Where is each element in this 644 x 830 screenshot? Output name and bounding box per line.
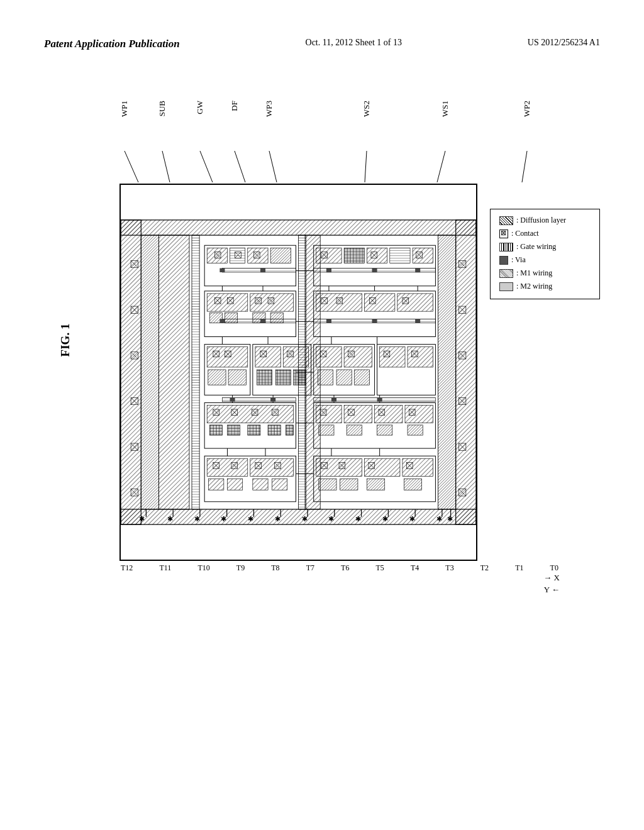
label-t5: T5 bbox=[376, 563, 384, 573]
legend-label-contact: : Contact bbox=[511, 229, 539, 238]
svg-text:✱: ✱ bbox=[436, 515, 442, 523]
svg-rect-286 bbox=[326, 319, 331, 323]
svg-rect-23 bbox=[141, 235, 158, 509]
svg-text:✱: ✱ bbox=[355, 515, 361, 523]
label-t3: T3 bbox=[445, 563, 453, 573]
svg-rect-287 bbox=[372, 319, 377, 323]
svg-rect-103 bbox=[255, 347, 280, 367]
label-t6: T6 bbox=[341, 563, 349, 573]
svg-text:✱: ✱ bbox=[221, 515, 226, 523]
legend-box: : Diffusion layer ⊠ : Contact : Gate wir… bbox=[490, 209, 600, 299]
svg-text:✱: ✱ bbox=[382, 515, 388, 523]
label-t7: T7 bbox=[306, 563, 314, 573]
svg-rect-78 bbox=[364, 294, 394, 311]
svg-rect-242 bbox=[305, 235, 320, 509]
svg-rect-290 bbox=[270, 397, 275, 401]
xy-axis-labels: → X Y ← bbox=[543, 573, 560, 595]
svg-rect-100 bbox=[208, 370, 226, 385]
svg-line-7 bbox=[522, 151, 527, 182]
svg-rect-281 bbox=[326, 268, 331, 272]
diagram-area: WP1 SUB GW DF WP3 WS2 WS1 WP2 bbox=[82, 101, 600, 573]
svg-line-0 bbox=[125, 151, 138, 182]
svg-text:✱: ✱ bbox=[447, 515, 453, 523]
label-t0: T0 bbox=[550, 563, 558, 573]
svg-rect-111 bbox=[257, 370, 272, 385]
svg-rect-236 bbox=[222, 268, 296, 272]
leader-lines-svg bbox=[119, 101, 560, 182]
legend-item-contact: ⊠ : Contact bbox=[499, 229, 591, 238]
svg-rect-292 bbox=[377, 397, 382, 401]
svg-rect-77 bbox=[316, 294, 362, 311]
bottom-labels-row: T12 T11 T10 T9 T8 T7 T6 T5 T4 T3 T2 T1 T… bbox=[119, 563, 560, 573]
label-t12: T12 bbox=[121, 563, 133, 573]
svg-rect-112 bbox=[275, 370, 291, 385]
svg-text:✱: ✱ bbox=[167, 515, 173, 523]
label-t4: T4 bbox=[411, 563, 419, 573]
legend-label-m1: : M1 wiring bbox=[516, 268, 552, 278]
svg-rect-25 bbox=[192, 235, 199, 509]
svg-rect-284 bbox=[219, 319, 225, 323]
legend-label-via: : Via bbox=[511, 255, 526, 265]
svg-line-3 bbox=[235, 151, 245, 182]
svg-rect-172 bbox=[347, 425, 362, 435]
svg-rect-101 bbox=[228, 370, 246, 385]
svg-rect-31 bbox=[248, 248, 268, 263]
svg-rect-283 bbox=[415, 268, 420, 272]
svg-rect-125 bbox=[354, 370, 369, 385]
svg-line-6 bbox=[437, 151, 445, 182]
svg-rect-192 bbox=[253, 479, 268, 490]
legend-label-gate: : Gate wiring bbox=[516, 242, 556, 252]
svg-line-1 bbox=[162, 151, 170, 182]
svg-line-4 bbox=[269, 151, 277, 182]
svg-line-5 bbox=[365, 151, 367, 182]
legend-item-m1: : M1 wiring bbox=[499, 268, 591, 278]
svg-rect-213 bbox=[404, 479, 421, 490]
legend-label-diffusion: : Diffusion layer bbox=[516, 216, 566, 225]
top-labels-area: WP1 SUB GW DF WP3 WS2 WS1 WP2 bbox=[119, 101, 547, 182]
svg-rect-280 bbox=[260, 268, 265, 272]
svg-text:✱: ✱ bbox=[248, 515, 253, 523]
publication-label: Patent Application Publication bbox=[44, 38, 180, 50]
svg-rect-282 bbox=[372, 268, 377, 272]
svg-text:✱: ✱ bbox=[275, 515, 280, 523]
label-t11: T11 bbox=[159, 563, 171, 573]
svg-rect-173 bbox=[377, 425, 392, 435]
svg-rect-22 bbox=[121, 509, 476, 524]
svg-rect-47 bbox=[413, 248, 433, 263]
svg-rect-285 bbox=[260, 319, 265, 323]
page-header: Patent Application Publication Oct. 11, … bbox=[44, 38, 600, 50]
x-axis-label: → X bbox=[543, 573, 560, 583]
circuit-diagram-svg: ✱ ✱ ✱ ✱ ✱ ✱ ✱ ✱ ✱ ✱ ✱ ✱ ✱ bbox=[119, 184, 477, 561]
legend-item-m2: : M2 wiring bbox=[499, 282, 591, 291]
svg-text:✱: ✱ bbox=[302, 515, 308, 523]
svg-rect-24 bbox=[438, 235, 455, 509]
label-t9: T9 bbox=[236, 563, 245, 573]
sheet-info: Oct. 11, 2012 Sheet 1 of 13 bbox=[306, 38, 402, 48]
patent-number: US 2012/256234 A1 bbox=[528, 38, 600, 48]
svg-rect-210 bbox=[319, 479, 336, 490]
legend-label-m2: : M2 wiring bbox=[516, 282, 552, 291]
label-t8: T8 bbox=[271, 563, 279, 573]
svg-rect-193 bbox=[272, 479, 287, 490]
svg-line-2 bbox=[200, 151, 213, 182]
svg-rect-291 bbox=[331, 397, 336, 401]
svg-text:✱: ✱ bbox=[409, 515, 415, 523]
svg-rect-136 bbox=[207, 405, 293, 423]
svg-rect-279 bbox=[219, 268, 225, 272]
svg-rect-149 bbox=[209, 425, 222, 435]
svg-rect-44 bbox=[344, 248, 364, 263]
svg-rect-27 bbox=[159, 235, 189, 509]
svg-rect-32 bbox=[270, 248, 291, 263]
svg-rect-151 bbox=[248, 425, 260, 435]
svg-rect-191 bbox=[228, 479, 243, 490]
svg-rect-190 bbox=[209, 479, 224, 490]
svg-rect-174 bbox=[408, 425, 423, 435]
svg-rect-237 bbox=[222, 319, 296, 323]
label-t10: T10 bbox=[197, 563, 209, 573]
svg-rect-212 bbox=[367, 479, 384, 490]
svg-rect-46 bbox=[390, 248, 410, 263]
svg-rect-153 bbox=[286, 425, 293, 435]
svg-rect-124 bbox=[336, 370, 352, 385]
svg-rect-152 bbox=[268, 425, 280, 435]
legend-item-diffusion: : Diffusion layer bbox=[499, 216, 591, 225]
